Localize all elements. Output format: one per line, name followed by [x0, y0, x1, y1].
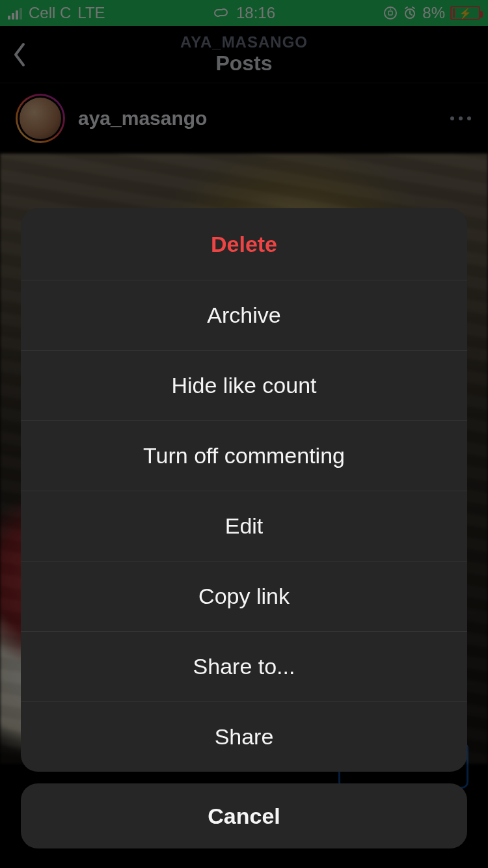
action-copy-link[interactable]: Copy link: [21, 561, 467, 631]
action-turn-off-commenting[interactable]: Turn off commenting: [21, 420, 467, 491]
action-label: Share: [215, 724, 274, 750]
action-label: Copy link: [198, 584, 290, 609]
action-archive[interactable]: Archive: [21, 280, 467, 350]
action-label: Hide like count: [171, 373, 316, 398]
action-delete[interactable]: Delete: [21, 208, 467, 280]
action-label: Turn off commenting: [143, 443, 345, 468]
action-edit[interactable]: Edit: [21, 491, 467, 561]
action-share-to[interactable]: Share to...: [21, 631, 467, 701]
cancel-label: Cancel: [208, 804, 280, 829]
action-label: Edit: [225, 513, 264, 539]
action-sheet: Delete Archive Hide like count Turn off …: [21, 208, 467, 848]
action-share[interactable]: Share: [21, 701, 467, 772]
action-label: Share to...: [193, 654, 295, 679]
action-hide-like-count[interactable]: Hide like count: [21, 350, 467, 420]
action-label: Delete: [211, 232, 277, 257]
cancel-button[interactable]: Cancel: [21, 783, 467, 848]
action-label: Archive: [207, 303, 280, 328]
